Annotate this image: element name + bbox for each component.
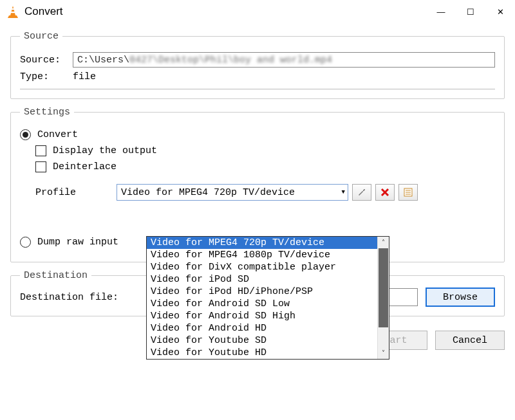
source-path-blurred: 0427\Desktop\Phil\boy and world.mp4 [129, 55, 332, 66]
source-legend: Source [20, 31, 62, 42]
convert-radio[interactable]: Convert [20, 129, 495, 140]
profile-dropdown-list[interactable]: Video for MPEG4 720p TV/deviceVideo for … [146, 236, 389, 360]
window-title: Convert [24, 5, 426, 18]
browse-button[interactable]: Browse [426, 288, 495, 307]
profile-selected-text: Video for MPEG4 720p TV/device [121, 187, 295, 198]
maximize-button[interactable]: ☐ [456, 0, 485, 23]
scroll-up-icon[interactable]: ˄ [378, 237, 389, 248]
cancel-button-label: Cancel [453, 335, 487, 346]
source-path-prefix: C:\Users\ [77, 55, 129, 66]
type-label: Type: [20, 71, 73, 82]
profile-option[interactable]: Video for Youtube HD [147, 347, 377, 359]
delete-profile-button[interactable] [375, 184, 395, 201]
profile-option[interactable]: Video for DivX compatible player [147, 261, 377, 273]
settings-group: Settings Convert Display the output Dein… [10, 107, 505, 262]
checkbox-icon [35, 145, 46, 156]
destination-legend: Destination [20, 270, 91, 281]
svg-rect-1 [12, 8, 15, 10]
vlc-cone-icon [6, 5, 19, 18]
source-path-field[interactable]: C:\Users\0427\Desktop\Phil\boy and world… [73, 52, 495, 68]
profile-combobox[interactable]: Video for MPEG4 720p TV/device ▼ [117, 184, 348, 201]
svg-marker-0 [10, 6, 15, 15]
scroll-down-icon[interactable]: ˅ [378, 347, 389, 359]
x-icon [380, 188, 389, 197]
profile-option[interactable]: Video for Android SD High [147, 310, 377, 322]
svg-marker-3 [8, 15, 18, 18]
deinterlace-checkbox[interactable]: Deinterlace [20, 161, 495, 172]
chevron-down-icon: ▼ [342, 189, 345, 196]
radio-icon [20, 237, 31, 248]
type-value: file [73, 71, 96, 82]
wrench-icon [357, 187, 367, 197]
source-divider [20, 89, 495, 89]
checkbox-icon [35, 161, 46, 172]
profile-label: Profile [20, 187, 117, 198]
close-button[interactable]: ✕ [485, 0, 515, 23]
scroll-thumb[interactable] [379, 248, 388, 327]
edit-profile-button[interactable] [352, 184, 371, 201]
dropdown-scrollbar[interactable]: ˄ ˅ [377, 237, 389, 359]
source-group: Source Source: C:\Users\0427\Desktop\Phi… [10, 31, 505, 99]
convert-radio-label: Convert [37, 129, 78, 140]
display-output-checkbox[interactable]: Display the output [20, 145, 495, 156]
window-controls: — ☐ ✕ [426, 0, 515, 23]
profile-option[interactable]: Video for Android SD Low [147, 298, 377, 310]
cancel-button[interactable]: Cancel [435, 331, 505, 350]
settings-legend: Settings [20, 107, 74, 118]
profile-option[interactable]: Video for Youtube SD [147, 334, 377, 347]
new-profile-button[interactable] [398, 184, 418, 201]
profile-option[interactable]: Video for MPEG4 1080p TV/device [147, 249, 377, 261]
minimize-button[interactable]: — [426, 0, 456, 23]
dump-raw-label: Dump raw input [37, 237, 118, 248]
profile-option[interactable]: Video for iPod HD/iPhone/PSP [147, 286, 377, 298]
svg-rect-2 [11, 12, 15, 13]
deinterlace-label: Deinterlace [53, 161, 117, 172]
titlebar: Convert — ☐ ✕ [0, 0, 515, 23]
document-icon [403, 187, 413, 197]
browse-button-label: Browse [443, 292, 478, 303]
display-output-label: Display the output [53, 145, 157, 156]
source-label: Source: [20, 55, 73, 66]
radio-icon [20, 129, 31, 140]
profile-option[interactable]: Video for Android HD [147, 322, 377, 334]
profile-option[interactable]: Video for MPEG4 720p TV/device [147, 237, 377, 249]
profile-option[interactable]: Video for iPod SD [147, 273, 377, 286]
